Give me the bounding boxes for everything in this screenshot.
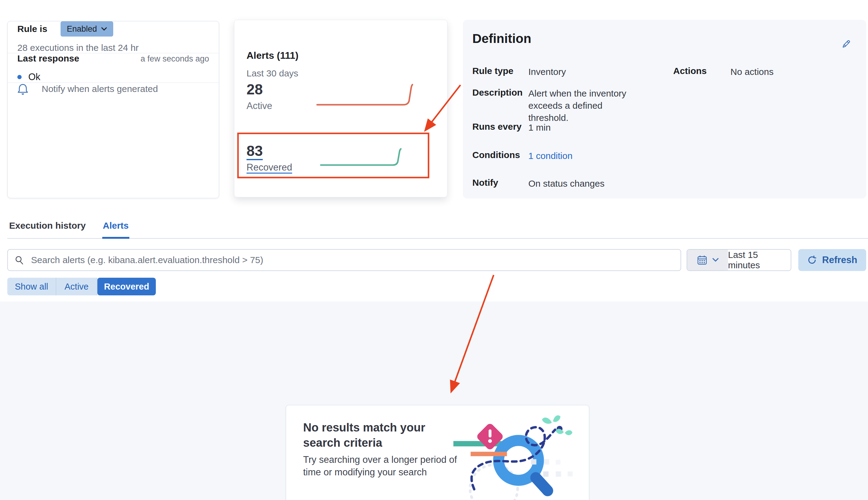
active-alerts-label: Active <box>246 101 272 112</box>
runs-every-value: 1 min <box>528 122 551 134</box>
definition-panel: Definition Rule type Inventory Actions N… <box>463 20 866 198</box>
calendar-icon <box>697 254 708 265</box>
recovered-alerts-count-link[interactable]: 83 <box>246 143 292 159</box>
tab-alerts[interactable]: Alerts <box>102 218 129 239</box>
time-range-value[interactable]: Last 15 minutes <box>728 250 791 270</box>
refresh-icon <box>807 255 817 265</box>
alerts-card-title: Alerts (111) <box>246 50 299 61</box>
description-label: Description <box>472 87 528 124</box>
pencil-icon <box>841 39 851 49</box>
notify-section: Notify when alerts generated <box>8 83 219 95</box>
alerts-summary-card: Alerts (111) Last 30 days 28 Active 83 R… <box>234 20 448 197</box>
rule-enabled-badge-label: Enabled <box>67 24 97 34</box>
active-alerts-stat: 28 Active <box>246 82 272 112</box>
status-ok-text: Ok <box>28 71 40 82</box>
rule-type-value: Inventory <box>528 66 566 78</box>
conditions-link[interactable]: 1 condition <box>528 150 572 162</box>
no-results-title: No results match your search criteria <box>303 420 440 450</box>
recovered-alerts-label-link[interactable]: Recovered <box>246 162 292 173</box>
definition-row-notify: Notify On status changes <box>472 178 604 190</box>
rule-status-section: Rule is Enabled 28 executions in the las… <box>8 21 219 53</box>
no-results-panel: No results match your search criteria Tr… <box>286 405 589 500</box>
recovered-sparkline-chart <box>320 147 411 167</box>
notify-text: Notify when alerts generated <box>42 84 158 94</box>
alert-status-filter-group: Show all Active Recovered <box>7 278 156 295</box>
rule-type-label: Rule type <box>472 66 528 78</box>
filter-show-all-button[interactable]: Show all <box>7 278 56 295</box>
definition-row-runs-every: Runs every 1 min <box>472 122 551 134</box>
filter-active-button[interactable]: Active <box>56 278 97 295</box>
refresh-button[interactable]: Refresh <box>798 249 866 271</box>
alerts-search-bar[interactable] <box>7 249 681 271</box>
definition-title: Definition <box>472 31 531 46</box>
search-input[interactable] <box>31 255 674 265</box>
chevron-down-icon <box>712 258 719 262</box>
active-alerts-count: 28 <box>246 82 272 98</box>
recovered-alerts-stat: 83 Recovered <box>246 143 292 173</box>
active-sparkline-chart <box>316 83 424 106</box>
filter-recovered-button[interactable]: Recovered <box>97 278 156 295</box>
chevron-down-icon <box>101 27 107 31</box>
bell-icon <box>18 83 28 95</box>
notify-value: On status changes <box>528 178 604 190</box>
runs-every-label: Runs every <box>472 122 528 134</box>
no-results-body: Try searching over a longer period of ti… <box>303 453 460 478</box>
actions-label: Actions <box>673 66 730 78</box>
status-ok-dot <box>18 75 22 79</box>
rule-is-label: Rule is <box>18 24 47 34</box>
definition-row-description: Description Alert when the inventory exc… <box>472 87 638 124</box>
last-response-time: a few seconds ago <box>141 54 209 64</box>
search-empty-state-illustration <box>449 413 580 500</box>
definition-row-rule-type: Rule type Inventory <box>472 66 566 78</box>
last-response-label: Last response <box>18 53 79 64</box>
time-picker-calendar-button[interactable] <box>687 250 728 270</box>
edit-rule-button[interactable] <box>840 37 853 51</box>
definition-row-actions: Actions No actions <box>673 66 774 78</box>
notify-label: Notify <box>472 178 528 190</box>
rule-status-card: Rule is Enabled 28 executions in the las… <box>7 21 219 198</box>
actions-value: No actions <box>730 66 774 78</box>
conditions-label: Conditions <box>472 150 528 162</box>
time-range-picker[interactable]: Last 15 minutes <box>686 249 791 271</box>
description-value: Alert when the inventory exceeds a defin… <box>528 87 638 124</box>
tab-execution-history[interactable]: Execution history <box>9 218 86 238</box>
details-tabs: Execution history Alerts <box>7 218 868 239</box>
search-icon <box>15 255 24 265</box>
refresh-button-label: Refresh <box>822 254 857 265</box>
rule-enabled-badge[interactable]: Enabled <box>60 21 113 36</box>
executions-text: 28 executions in the last 24 hr <box>18 43 209 53</box>
last-response-section: Last response a few seconds ago Ok <box>8 53 219 83</box>
alerts-card-subtitle: Last 30 days <box>246 68 298 79</box>
definition-row-conditions: Conditions 1 condition <box>472 150 572 162</box>
